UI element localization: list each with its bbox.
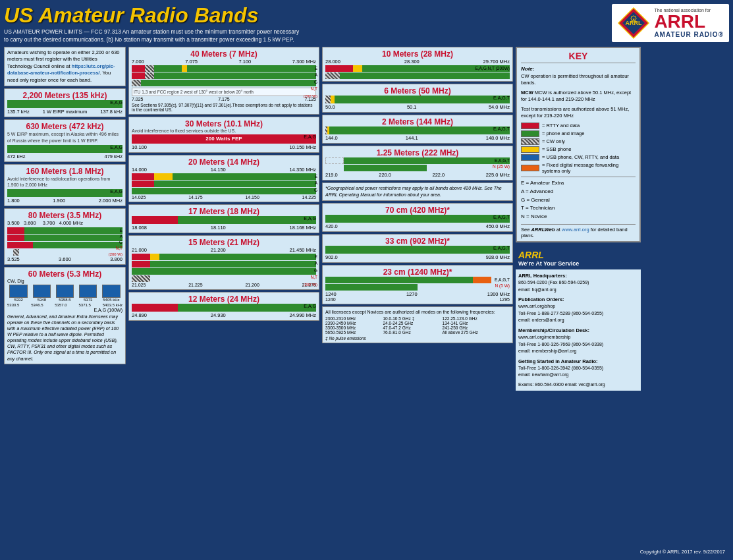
band-80m-freqs: 3.525 3.600 3.800	[7, 256, 122, 262]
band-630m-freqs: 472 kHz 479 kHz	[7, 154, 122, 159]
band-70cm-freqs: 420.0 450.0 MHz	[325, 223, 510, 229]
band-630m-title: 630 Meters (472 kHz)	[7, 122, 122, 131]
license-a: A = Advanced	[521, 188, 636, 196]
band-160m: 160 Meters (1.8 MHz) Avoid interference …	[4, 164, 126, 206]
pub-label: Publication Orders:	[518, 296, 638, 303]
hq-section: ARRL Headquarters: 860-594-0200 (Fax 860…	[518, 272, 638, 293]
allband-block: All licensees except Novices are authori…	[322, 306, 513, 344]
band-23cm-title: 23 cm (1240 MHz)*	[325, 267, 510, 277]
band-33cm: 33 cm (902 MHz)* E,A,G,T 902.0 928.0 MHz	[322, 234, 513, 263]
pub-section: Publication Orders: www.arrl.org/shop To…	[518, 296, 638, 324]
intro-box: Amateurs wishing to operate on either 2,…	[4, 47, 126, 87]
key-cw-note: CW operation is permitted throughout all…	[521, 73, 636, 87]
band-30m-title: 30 Meters (10.1 MHz)	[132, 119, 316, 128]
band-60m: 60 Meters (5.3 MHz) CW, Dig 5332 5348	[4, 267, 126, 364]
phone-swatch	[521, 130, 539, 137]
cw-swatch	[521, 138, 539, 145]
geo-note: *Geographical and power restrictions may…	[322, 182, 513, 201]
subtitle: US AMATEUR POWER LIMITS — FCC 97.313 An …	[4, 28, 612, 44]
content-area: Amateurs wishing to operate on either 2,…	[4, 47, 729, 546]
arrl-service-block: ARRL We're At Your Service ARRL Headquar…	[516, 244, 641, 391]
band-70cm-title: 70 cm (420 MHz)*	[325, 206, 510, 215]
arrlweb-note: See ARRLWeb at www.arrl.org for detailed…	[521, 224, 636, 238]
usb-label: = USB phone, CW, RTTY, and data	[542, 154, 619, 160]
legend-rtty: = RTTY and data	[521, 123, 636, 129]
memb-section: Membership/Circulation Desk: www.arrl.or…	[518, 327, 638, 355]
band-60m-sub-freqs: 5330.55346.55357.05371.55403.5 kHz	[7, 303, 122, 307]
band-30m-freqs: 10.100 10.150 MHz	[132, 144, 316, 150]
band-17m-freqs: 18.068 18.110 18.168 MHz	[132, 225, 316, 231]
key-column: KEY Note: CW operation is permitted thro…	[516, 47, 641, 546]
band-23cm: 23 cm (1240 MHz)* E,A,G,TN (5 W)	[322, 265, 513, 304]
rtty-label: = RTTY and data	[542, 123, 580, 128]
band-630m-note: 5 W EIRP maximum, except in Alaska withi…	[7, 131, 122, 143]
band-6m: 6 Meters (50 MHz) E,A,G,T 50.0 50.1 54.0…	[322, 84, 513, 113]
band-30m-license: E,A,G	[304, 134, 316, 139]
band-2m-freqs: 144.0 144.1 148.0 MHz	[325, 135, 510, 141]
arrl-service-title: ARRL	[518, 250, 638, 260]
band-2m-license: E,A,G,T	[493, 126, 510, 131]
band-630m: 630 Meters (472 kHz) 5 W EIRP maximum, e…	[4, 119, 126, 161]
band-40m-sections-note: See Sections 97.305(c), 97.307(f)(11) an…	[132, 103, 316, 112]
fixed-label: = Fixed digital message forwarding syste…	[542, 162, 636, 174]
license-e: E = Amateur Extra	[521, 179, 636, 188]
legend-phone: = phone and image	[521, 130, 636, 137]
band-125m-title: 1.25 Meters (222 MHz)	[325, 148, 510, 157]
left-column: Amateurs wishing to operate on either 2,…	[4, 47, 126, 546]
contact-block: ARRL Headquarters: 860-594-0200 (Fax 860…	[516, 269, 641, 391]
band-15m: 15 Meters (21 MHz) 21.000 21.200 21.450 …	[128, 235, 319, 290]
band-33cm-freqs: 902.0 928.0 MHz	[325, 254, 510, 260]
memb-label: Membership/Circulation Desk:	[518, 327, 638, 334]
band-20m-sub-freqs: 14.025 14.175 14.150 14.225	[132, 195, 316, 200]
band-630m-license: E,A,G	[110, 145, 122, 150]
band-12m: 12 Meters (24 MHz) E,A,G 24.890 24.930 2…	[128, 292, 319, 321]
header-row: US Amateur Radio Bands US AMATEUR POWER …	[4, 4, 729, 44]
arrl-service-subtitle: We're At Your Service	[518, 260, 638, 267]
arrl-name: ARRL	[654, 13, 724, 31]
band-80m: 80 Meters (3.5 MHz) 3.500 3.600 3.700 4.…	[4, 208, 126, 265]
cw-label: = CW only	[542, 138, 565, 144]
legend-fixed: = Fixed digital message forwarding syste…	[521, 162, 636, 174]
band-80m-title: 80 Meters (3.5 MHz)	[7, 211, 122, 220]
pub-web: www.arrl.org/shop	[518, 303, 638, 310]
pub-email: email: orders@arrl.org	[518, 317, 638, 324]
new-phone: Toll-Free 1-800-326-3942 (860-594-0355)	[518, 365, 638, 372]
ssb-label: = SSB phone	[542, 146, 571, 152]
band-6m-license: E,A,G,T	[493, 96, 510, 100]
subtitle-line1: US AMATEUR POWER LIMITS — FCC 97.313 An …	[4, 28, 299, 35]
right-column: 10 Meters (28 MHz) 28.000 28.300 29.700 …	[322, 47, 513, 546]
band-2m: 2 Meters (144 MHz) E,A,G,T 144.0 144.1 1…	[322, 115, 513, 144]
allband-note: All licensees except Novices are authori…	[325, 309, 510, 316]
band-70cm-license: E,A,G,T	[493, 215, 510, 219]
fixed-swatch	[521, 165, 539, 171]
band-60m-title: 60 Meters (5.3 MHz)	[7, 269, 122, 279]
freq-table: 2300-2310 MHz10.0-10.5 GHz ‡122.25-123.0…	[325, 316, 510, 335]
band-2m-title: 2 Meters (144 MHz)	[325, 117, 510, 126]
band-30m-note: Avoid interference to fixed services out…	[132, 128, 316, 133]
band-160m-title: 160 Meters (1.8 MHz)	[7, 167, 122, 176]
exam-info: Exams: 860-594-0300 email: vec@arrl.org	[518, 381, 638, 389]
legend-ssb: = SSB phone	[521, 146, 636, 153]
arrl-amateur-radio: AMATEUR RADIO®	[654, 31, 724, 38]
ssb-swatch	[521, 146, 539, 153]
band-2200m: 2,200 Meters (135 kHz) E,A,G 135.7 kHz 1…	[4, 88, 126, 117]
key-title: KEY	[521, 51, 636, 63]
hq-phone: 860-594-0200 (Fax 860-594-0259)	[518, 279, 638, 287]
rtty-swatch	[521, 123, 539, 129]
band-160m-license: E,A,G	[110, 189, 122, 194]
band-2200m-title: 2,200 Meters (135 kHz)	[7, 91, 122, 100]
key-mcw-note: MCW MCW is authorized above 50.1 MHz, ex…	[521, 90, 636, 103]
band-60m-license: E,A,G (100W)	[94, 308, 122, 312]
copyright-text: Copyright © ARRL 2017 rev. 9/22/2017	[640, 549, 725, 555]
band-60m-cw: CW, Dig	[7, 279, 24, 283]
title-block: US Amateur Radio Bands US AMATEUR POWER …	[4, 4, 612, 44]
memb-web: www.arrl.org/membership	[518, 334, 638, 341]
key-box: KEY Note: CW operation is permitted thro…	[516, 47, 641, 242]
license-legend: E = Amateur Extra A = Advanced G = Gener…	[521, 177, 636, 221]
band-17m: 17 Meters (18 MHz) E,A,G 18.068 18.110 1…	[128, 204, 319, 233]
arrl-logo: ARRL ★ The national association for ARRL…	[612, 4, 729, 42]
band-70cm: 70 cm (420 MHz)* E,A,G,T 420.0 450.0 MHz	[322, 203, 513, 232]
band-33cm-license: E,A,G,T	[493, 246, 510, 250]
band-30m: 30 Meters (10.1 MHz) Avoid interference …	[128, 117, 319, 153]
page-title: US Amateur Radio Bands	[4, 4, 612, 27]
